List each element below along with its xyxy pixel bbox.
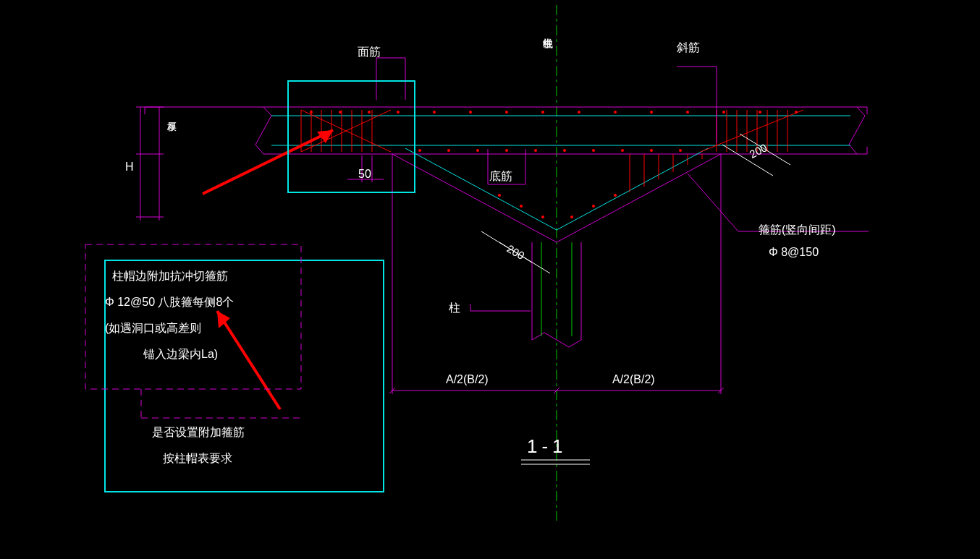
svg-rect-108	[85, 244, 301, 389]
label-H: H	[125, 161, 134, 174]
note-line4: 锚入边梁内La)	[143, 347, 218, 362]
svg-point-43	[541, 216, 544, 218]
svg-point-42	[520, 205, 523, 208]
svg-point-19	[397, 111, 400, 114]
svg-line-82	[688, 174, 738, 231]
svg-point-28	[722, 111, 725, 114]
svg-point-32	[447, 149, 450, 152]
svg-point-23	[541, 111, 544, 114]
svg-point-45	[592, 205, 595, 208]
svg-point-22	[505, 111, 508, 114]
dim-50: 50	[358, 168, 371, 181]
label-stirrup-title: 箍筋(竖向间距)	[759, 223, 836, 238]
svg-point-40	[679, 149, 682, 152]
label-top-rebar: 面筋	[358, 45, 381, 60]
svg-line-10	[405, 148, 557, 230]
svg-line-99	[481, 231, 532, 263]
note-line6: 按柱帽表要求	[163, 451, 232, 466]
svg-line-11	[557, 148, 708, 230]
label-column: 柱	[449, 301, 460, 316]
note-line2: Φ 12@50 八肢箍每侧8个	[105, 295, 234, 310]
note-line3: (如遇洞口或高差则	[105, 321, 201, 336]
svg-point-35	[534, 149, 537, 152]
svg-line-9	[557, 154, 721, 242]
svg-point-44	[570, 216, 573, 218]
svg-point-29	[759, 111, 761, 114]
label-diagonal-rebar: 斜筋	[677, 40, 700, 56]
svg-point-41	[498, 194, 501, 197]
svg-line-104	[217, 311, 280, 409]
cad-drawing-canvas: { "labels": { "top_rebar": "面筋", "diagon…	[0, 0, 980, 559]
svg-point-46	[614, 194, 617, 197]
svg-line-102	[203, 130, 333, 194]
svg-point-25	[614, 111, 617, 114]
label-stirrup-spec: Φ 8@150	[769, 246, 819, 259]
svg-point-21	[469, 111, 472, 114]
svg-point-24	[578, 111, 580, 114]
dim-half-span-right: A/2(B/2)	[612, 373, 655, 386]
svg-line-8	[392, 154, 557, 242]
dim-half-span-left: A/2(B/2)	[446, 373, 489, 386]
svg-point-27	[686, 111, 689, 114]
svg-point-33	[476, 149, 479, 152]
svg-point-26	[650, 111, 653, 114]
svg-point-38	[621, 149, 624, 152]
svg-point-31	[418, 149, 421, 152]
section-title: 1-1	[527, 435, 567, 458]
svg-point-18	[368, 111, 371, 114]
svg-point-39	[650, 149, 653, 152]
svg-point-34	[505, 149, 508, 152]
svg-point-17	[339, 111, 342, 114]
note-line1: 柱帽边附加抗冲切箍筋	[112, 269, 228, 284]
note-line5: 是否设置附加箍筋	[152, 425, 245, 440]
svg-point-36	[563, 149, 566, 152]
label-bottom-rebar: 底筋	[489, 169, 512, 184]
svg-point-37	[592, 149, 595, 152]
svg-point-20	[433, 111, 436, 114]
